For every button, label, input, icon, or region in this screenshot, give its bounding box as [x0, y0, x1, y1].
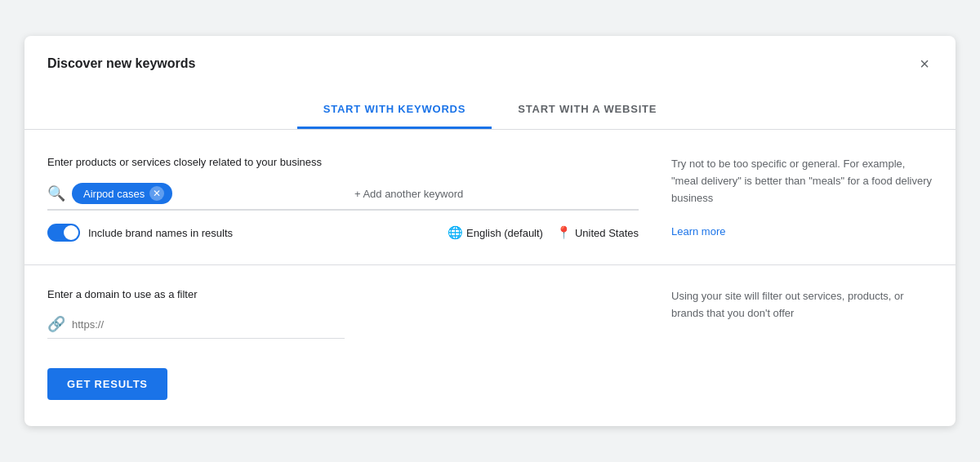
link-icon: 🔗 — [47, 315, 65, 333]
tab-keywords[interactable]: START WITH KEYWORDS — [297, 91, 492, 129]
dialog-header: Discover new keywords × — [24, 36, 956, 75]
get-results-button[interactable]: GET RESULTS — [47, 368, 167, 400]
brand-names-toggle[interactable] — [47, 224, 80, 242]
pin-icon: 📍 — [556, 225, 572, 240]
language-label: English (default) — [466, 227, 543, 239]
chip-text: Airpod cases — [83, 188, 145, 200]
tabs-container: START WITH KEYWORDS START WITH A WEBSITE — [24, 91, 956, 130]
language-item[interactable]: 🌐 English (default) — [448, 225, 543, 240]
keyword-chip: Airpod cases ✕ — [72, 183, 172, 204]
toggle-row: Include brand names in results 🌐 English… — [47, 224, 639, 242]
add-keyword-button[interactable]: + Add another keyword — [179, 188, 639, 200]
globe-icon: 🌐 — [448, 225, 463, 240]
close-button[interactable]: × — [916, 52, 933, 75]
section-label: Enter products or services closely relat… — [47, 156, 639, 168]
dialog-title: Discover new keywords — [47, 56, 195, 71]
domain-label: Enter a domain to use as a filter — [47, 288, 639, 300]
domain-tip: Using your site will filter out services… — [671, 288, 933, 339]
left-panel: Enter products or services closely relat… — [47, 156, 639, 242]
domain-left: Enter a domain to use as a filter 🔗 — [47, 288, 639, 339]
locale-row: 🌐 English (default) 📍 United States — [448, 225, 639, 240]
location-item[interactable]: 📍 United States — [556, 225, 639, 240]
domain-tip-text: Using your site will filter out services… — [671, 290, 904, 319]
discover-keywords-dialog: Discover new keywords × START WITH KEYWO… — [24, 36, 956, 426]
tip-text: Try not to be too specific or general. F… — [671, 158, 932, 204]
keyword-input-row[interactable]: 🔍 Airpod cases ✕ + Add another keyword — [47, 178, 639, 211]
search-icon: 🔍 — [47, 184, 65, 202]
location-label: United States — [575, 227, 639, 239]
tip-panel: Try not to be too specific or general. F… — [671, 156, 933, 242]
domain-input-row[interactable]: 🔗 — [47, 310, 345, 339]
chip-close-button[interactable]: ✕ — [149, 186, 164, 201]
learn-more-link[interactable]: Learn more — [671, 225, 725, 238]
keywords-content: Enter products or services closely relat… — [24, 130, 956, 242]
tab-website[interactable]: START WITH A WEBSITE — [492, 91, 683, 129]
toggle-label: Include brand names in results — [88, 227, 233, 239]
domain-section: Enter a domain to use as a filter 🔗 Usin… — [24, 265, 956, 339]
domain-input[interactable] — [72, 318, 345, 331]
